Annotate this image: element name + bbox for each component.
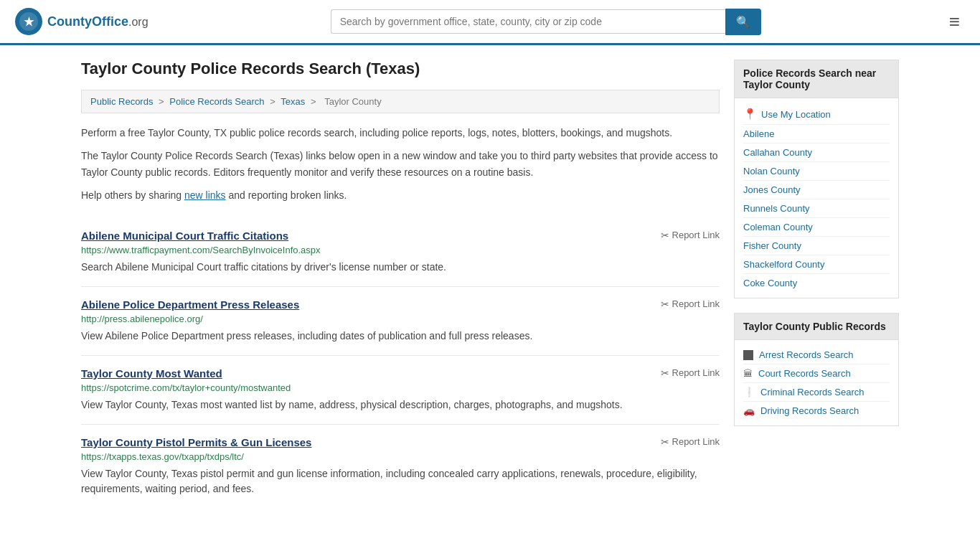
nearby-header: Police Records Search near Taylor County — [734, 60, 899, 98]
help-text: Help others by sharing new links and rep… — [81, 187, 720, 203]
nearby-link-2[interactable]: Callahan County — [743, 147, 890, 158]
record-title-0[interactable]: Abilene Municipal Court Traffic Citation… — [81, 230, 288, 242]
record-url-3: https://txapps.texas.gov/txapp/txdps/ltc… — [81, 451, 720, 462]
record-item-2: Taylor County Most Wanted ✂ Report Link … — [81, 356, 720, 425]
page-header: ★ CountyOffice.org 🔍 ≡ — [0, 0, 980, 45]
arrest-records-link[interactable]: Arrest Records Search — [759, 349, 854, 360]
svg-text:★: ★ — [24, 16, 34, 28]
criminal-records-link[interactable]: Criminal Records Search — [760, 387, 864, 397]
nearby-item-6: Coleman County — [743, 218, 890, 237]
report-link-3[interactable]: ✂ Report Link — [661, 436, 720, 448]
nearby-link-9[interactable]: Coke County — [743, 278, 890, 288]
nearby-item-use-my-location: 📍 Use My Location — [743, 104, 890, 125]
report-link-2[interactable]: ✂ Report Link — [661, 367, 720, 379]
breadcrumb: Public Records > Police Records Search >… — [81, 90, 720, 113]
record-desc-2: View Taylor County, Texas most wanted li… — [81, 397, 720, 413]
record-item-3: Taylor County Pistol Permits & Gun Licen… — [81, 425, 720, 508]
public-record-item-3: 🚗 Driving Records Search — [743, 402, 890, 420]
nearby-item-7: Fisher County — [743, 237, 890, 255]
record-url-0: https://www.trafficpayment.com/SearchByI… — [81, 245, 720, 255]
nearby-link-8[interactable]: Shackelford County — [743, 259, 890, 270]
record-url-2: https://spotcrime.com/tx/taylor+county/m… — [81, 382, 720, 393]
location-pin-icon: 📍 — [743, 108, 757, 121]
public-records-section: Taylor County Public Records Arrest Reco… — [734, 313, 899, 426]
main-container: Taylor County Police Records Search (Tex… — [67, 45, 913, 522]
nearby-item-5: Runnels County — [743, 199, 890, 218]
nearby-item-8: Shackelford County — [743, 255, 890, 274]
record-desc-1: View Abilene Police Department press rel… — [81, 329, 720, 344]
public-records-header: Taylor County Public Records — [734, 313, 899, 340]
nearby-link-1[interactable]: Abilene — [743, 128, 890, 139]
nearby-item-3: Nolan County — [743, 162, 890, 181]
sidebar: Police Records Search near Taylor County… — [734, 60, 899, 508]
public-record-item-1: 🏛 Court Records Search — [743, 364, 890, 383]
criminal-records-icon: ❕ — [743, 387, 755, 397]
report-link-0[interactable]: ✂ Report Link — [661, 230, 720, 241]
record-title-3[interactable]: Taylor County Pistol Permits & Gun Licen… — [81, 436, 311, 448]
report-icon-1: ✂ — [661, 298, 669, 310]
record-desc-3: View Taylor County, Texas pistol permit … — [81, 466, 720, 496]
nearby-item-4: Jones County — [743, 181, 890, 199]
page-title: Taylor County Police Records Search (Tex… — [81, 60, 720, 78]
record-title-1[interactable]: Abilene Police Department Press Releases — [81, 298, 299, 311]
logo-text: CountyOffice.org — [47, 14, 149, 29]
logo-icon: ★ — [14, 7, 43, 36]
public-record-item-2: ❕ Criminal Records Search — [743, 383, 890, 402]
search-input[interactable] — [331, 9, 725, 34]
nearby-link-5[interactable]: Runnels County — [743, 203, 890, 214]
record-item-1: Abilene Police Department Press Releases… — [81, 287, 720, 356]
nearby-link-7[interactable]: Fisher County — [743, 240, 890, 251]
public-record-item-0: Arrest Records Search — [743, 346, 890, 364]
driving-records-icon: 🚗 — [743, 405, 755, 416]
new-links-link[interactable]: new links — [184, 189, 226, 201]
nearby-list: 📍 Use My Location Abilene Callahan Count… — [734, 98, 899, 298]
logo-area: ★ CountyOffice.org — [14, 7, 149, 36]
menu-button[interactable]: ≡ — [943, 8, 966, 36]
secondary-text: The Taylor County Police Records Search … — [81, 148, 720, 180]
breadcrumb-public-records[interactable]: Public Records — [90, 96, 153, 107]
record-item-0: Abilene Municipal Court Traffic Citation… — [81, 218, 720, 287]
driving-records-link[interactable]: Driving Records Search — [760, 405, 859, 416]
breadcrumb-texas[interactable]: Texas — [281, 96, 305, 107]
record-title-2[interactable]: Taylor County Most Wanted — [81, 367, 222, 380]
nearby-item-1: Abilene — [743, 125, 890, 143]
public-records-list: Arrest Records Search 🏛 Court Records Se… — [734, 340, 899, 426]
record-desc-0: Search Abilene Municipal Court traffic c… — [81, 260, 720, 275]
arrest-records-icon — [743, 350, 753, 360]
court-records-icon: 🏛 — [743, 368, 753, 379]
nearby-link-3[interactable]: Nolan County — [743, 166, 890, 176]
intro-text: Perform a free Taylor County, TX public … — [81, 125, 720, 141]
use-my-location-link[interactable]: 📍 Use My Location — [743, 108, 890, 121]
nearby-section: Police Records Search near Taylor County… — [734, 60, 899, 298]
report-icon-3: ✂ — [661, 436, 669, 448]
search-area: 🔍 — [331, 9, 761, 35]
report-link-1[interactable]: ✂ Report Link — [661, 298, 720, 310]
nearby-link-4[interactable]: Jones County — [743, 184, 890, 195]
record-url-1: http://press.abilenepolice.org/ — [81, 314, 720, 324]
search-button[interactable]: 🔍 — [725, 9, 761, 35]
records-list: Abilene Municipal Court Traffic Citation… — [81, 218, 720, 508]
report-icon-0: ✂ — [661, 230, 669, 241]
nearby-item-2: Callahan County — [743, 143, 890, 162]
breadcrumb-police-search[interactable]: Police Records Search — [169, 96, 264, 107]
court-records-link[interactable]: Court Records Search — [758, 368, 851, 379]
content-area: Taylor County Police Records Search (Tex… — [81, 60, 720, 508]
report-icon-2: ✂ — [661, 367, 669, 379]
nearby-link-6[interactable]: Coleman County — [743, 222, 890, 232]
nearby-item-9: Coke County — [743, 274, 890, 292]
breadcrumb-current: Taylor County — [324, 96, 381, 107]
